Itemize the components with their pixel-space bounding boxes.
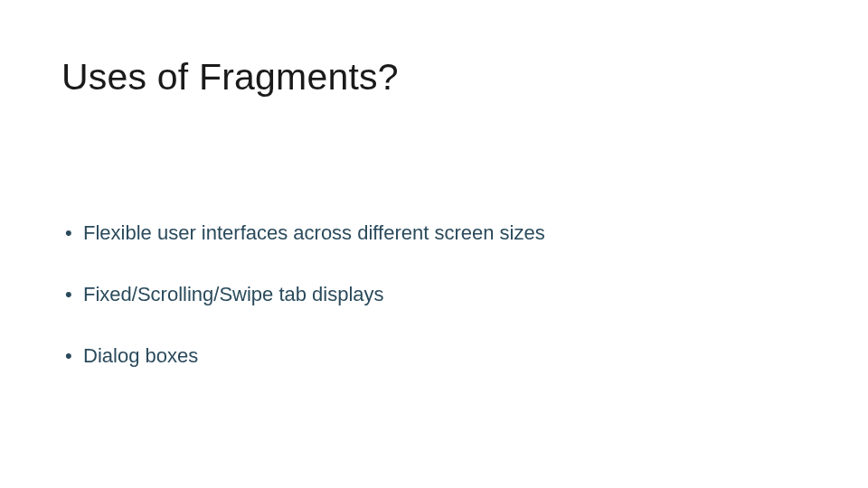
list-item: Flexible user interfaces across differen… [65, 221, 803, 245]
slide: Uses of Fragments? Flexible user interfa… [0, 0, 868, 488]
slide-title: Uses of Fragments? [61, 56, 399, 99]
list-item: Dialog boxes [65, 344, 803, 368]
bullet-list: Flexible user interfaces across differen… [65, 221, 803, 368]
slide-content: Flexible user interfaces across differen… [65, 221, 803, 406]
list-item: Fixed/Scrolling/Swipe tab displays [65, 283, 803, 306]
